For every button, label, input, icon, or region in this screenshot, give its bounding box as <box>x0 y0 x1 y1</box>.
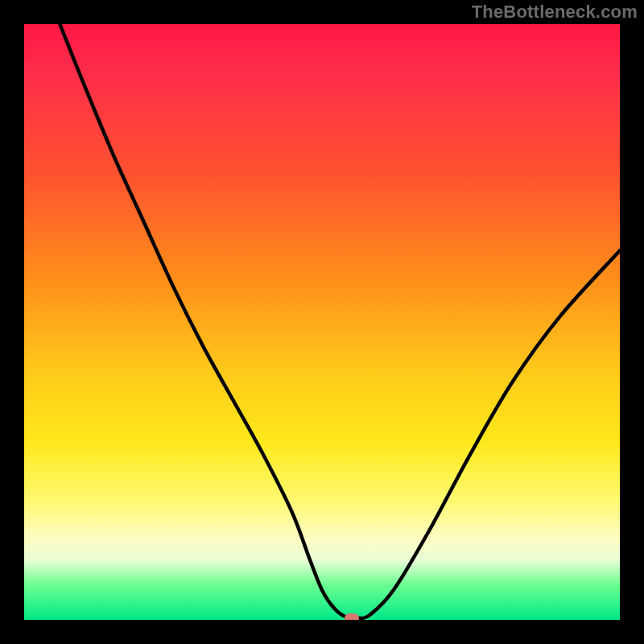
plot-area <box>24 24 620 620</box>
watermark-text: TheBottleneck.com <box>472 2 638 23</box>
bottleneck-marker <box>345 613 359 620</box>
chart-container: TheBottleneck.com <box>0 0 644 644</box>
curve-path <box>60 24 620 618</box>
bottleneck-curve <box>24 24 620 620</box>
